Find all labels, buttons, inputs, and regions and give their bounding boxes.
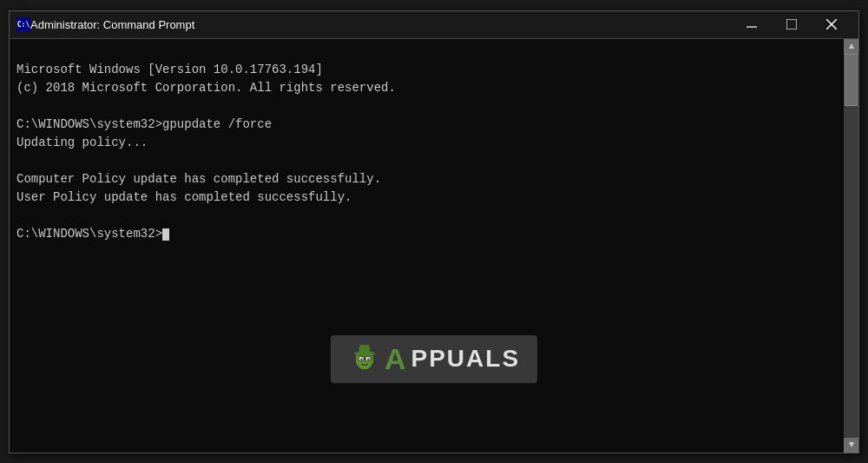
minimize-button[interactable]: [732, 10, 772, 38]
terminal-output[interactable]: Microsoft Windows [Version 10.0.17763.19…: [10, 39, 844, 453]
scroll-track[interactable]: [844, 54, 858, 438]
svg-rect-9: [359, 345, 370, 354]
watermark-text: APPUALS: [348, 342, 520, 376]
title-bar: C:\ Administrator: Command Prompt: [10, 11, 858, 39]
scroll-up-button[interactable]: [844, 39, 858, 54]
svg-point-13: [367, 358, 369, 360]
maximize-button[interactable]: [772, 10, 812, 38]
terminal-line2: (c) 2018 Microsoft Corporation. All righ…: [16, 81, 396, 95]
terminal-prompt: C:\WINDOWS\system32>: [16, 227, 162, 241]
window-icon: C:\: [16, 17, 30, 31]
scroll-thumb[interactable]: [845, 54, 858, 106]
svg-marker-4: [849, 43, 854, 49]
scroll-down-button[interactable]: [844, 438, 858, 453]
terminal-line4: C:\WINDOWS\system32>gpupdate /force: [16, 117, 272, 131]
window-controls: [732, 10, 852, 38]
scrollbar[interactable]: [844, 39, 858, 453]
window-title: Administrator: Command Prompt: [30, 18, 732, 31]
svg-point-12: [360, 358, 362, 360]
terminal-line1: Microsoft Windows [Version 10.0.17763.19…: [16, 63, 323, 76]
mascot-icon: [348, 342, 381, 375]
terminal-line8: User Policy update has completed success…: [16, 190, 352, 204]
cmd-body: Microsoft Windows [Version 10.0.17763.19…: [10, 39, 858, 453]
svg-rect-1: [786, 19, 797, 30]
watermark: APPUALS: [331, 335, 537, 383]
watermark-a-letter: A: [385, 342, 408, 376]
cmd-window: C:\ Administrator: Command Prompt Micros…: [9, 10, 859, 453]
watermark-ppuals: PPUALS: [411, 345, 520, 373]
svg-rect-0: [746, 26, 757, 27]
close-button[interactable]: [812, 10, 852, 38]
svg-marker-5: [849, 442, 854, 447]
terminal-line5: Updating policy...: [16, 136, 148, 149]
terminal-line7: Computer Policy update has completed suc…: [16, 172, 381, 186]
cursor: [162, 228, 169, 241]
